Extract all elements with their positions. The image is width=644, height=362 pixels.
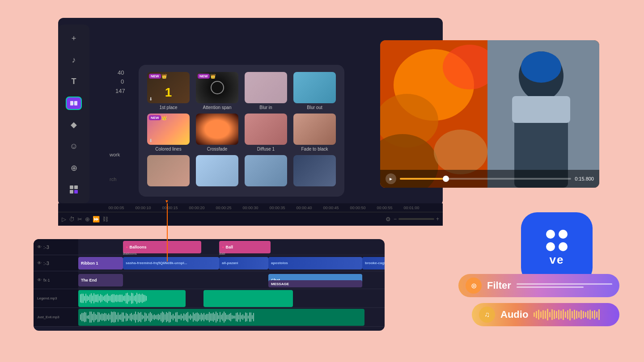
audio-clip-happy-dancer[interactable]: Happy_Dancer.mp3: [203, 290, 293, 307]
wave-bar: [563, 309, 564, 320]
audio-icon: ♫: [479, 307, 495, 323]
wave-bar: [576, 311, 577, 319]
clip-apostolos[interactable]: apostolos: [268, 257, 362, 269]
audio-clip-legend[interactable]: // Generate wave bars inline for(let i=0…: [78, 290, 186, 307]
track-row-fx: 👁 fx·1 The End Chat MESSAGE: [34, 271, 385, 289]
emoji-icon[interactable]: ☺: [66, 140, 82, 153]
wave-bar: [545, 311, 546, 319]
text-icon[interactable]: T: [66, 75, 82, 88]
ruler-mark: 00:00:15: [157, 206, 183, 210]
track-label-2: 👁 :-3: [34, 255, 78, 271]
transition-diffuse[interactable]: Diffuse 1: [243, 114, 288, 152]
wave-bar: [585, 312, 586, 317]
wave-bar: [547, 309, 548, 320]
clip-sasha[interactable]: sasha-freemind-frq5Q6Ne8k-unspl...: [123, 257, 219, 269]
crown-badge-attention: 👑: [210, 74, 216, 79]
zoom-minus[interactable]: −: [394, 216, 397, 222]
transition-row3a[interactable]: [146, 155, 191, 188]
wave-bar: [556, 311, 557, 318]
preview-background: [380, 40, 599, 188]
add-icon[interactable]: +: [66, 32, 82, 45]
wave-bar: [583, 311, 584, 318]
settings-tool[interactable]: ⚙: [386, 216, 391, 223]
crown-badge-colored: 👑: [161, 115, 167, 120]
filter-badge[interactable]: ⊛ Filter: [458, 274, 619, 297]
clip-ball-1[interactable]: ● Ball: [219, 241, 271, 253]
ruler-mark: 00:00:20: [183, 206, 210, 210]
trans-label-fadetoblack: Fade to black: [301, 147, 328, 152]
track-name-audio2: Just_Evil.mp3: [37, 315, 59, 319]
clip-label-balloons-1: Balloons: [129, 245, 146, 249]
transition-1st-place[interactable]: NEW 👑 ⬇ 1 1st place: [146, 72, 191, 110]
playhead[interactable]: [167, 203, 168, 261]
clip-label-message: MESSAGE: [271, 282, 289, 286]
cursor-tool[interactable]: ▷: [62, 216, 66, 223]
grid-icon[interactable]: [66, 183, 82, 196]
wave-bar: [574, 310, 575, 320]
download-icon-colored: ⬇: [149, 138, 153, 143]
clock-tool[interactable]: ⏱: [69, 216, 75, 223]
transition-row3b[interactable]: [195, 155, 240, 188]
thumb-blur-out: [293, 72, 336, 103]
ruler-mark: 00:00:05: [103, 206, 130, 210]
clip-all-pazani[interactable]: all-pazani: [219, 257, 268, 269]
search-label: rch: [110, 177, 116, 182]
eye-icon-2[interactable]: 👁: [37, 261, 42, 265]
magnet-tool[interactable]: ⊕: [85, 216, 90, 223]
audio-clip-evil[interactable]: for(let i=0;i<130;i++){ const h = 6+Math…: [78, 309, 364, 326]
app-icon[interactable]: ve: [521, 212, 593, 284]
preview-art: [380, 40, 599, 188]
track-content-fx: The End Chat MESSAGE: [78, 271, 385, 289]
crown-badge: 👑: [161, 74, 167, 79]
trans-label-crossfade: Crossfade: [207, 147, 228, 152]
transition-colored-lines[interactable]: NEW 👑 ⬇ Colored lines: [146, 114, 191, 152]
ruler-mark: 00:00:10: [130, 206, 157, 210]
clip-brooke[interactable]: brooke-cagle-dGK3ynaDNCl-unspl...: [362, 257, 385, 269]
svg-point-8: [434, 130, 487, 174]
transition-row3d[interactable]: [292, 155, 337, 188]
zoom-bar[interactable]: [398, 218, 434, 220]
thumb-diffuse: [245, 114, 287, 145]
filter-lines: [517, 283, 612, 288]
track-content-audio2: for(let i=0;i<130;i++){ const h = 6+Math…: [78, 308, 385, 326]
wave-bar: [594, 310, 595, 319]
wave-bar: [578, 311, 580, 318]
transition-crossfade[interactable]: Crossfade: [195, 114, 240, 152]
transition-fade-to-black[interactable]: Fade to black: [292, 114, 337, 152]
link-tool[interactable]: ⛓: [102, 216, 108, 223]
transition-attention-span[interactable]: NEW 👑 Attention span: [195, 72, 240, 110]
wave-bar: [558, 310, 559, 320]
clip-ribbon[interactable]: Ribbon 1: [78, 257, 123, 269]
transition-icon[interactable]: [66, 97, 82, 110]
diamond-icon[interactable]: ◆: [66, 118, 82, 131]
new-badge-colored: NEW: [149, 115, 161, 120]
transition-row3c[interactable]: [243, 155, 288, 188]
audio-badge[interactable]: ♫ Audio: [472, 303, 619, 326]
wave-bar: [592, 311, 593, 318]
app-dot-3: [546, 242, 555, 251]
clone-icon[interactable]: ⊕: [66, 161, 82, 175]
thumb-crossfade: [196, 114, 238, 145]
cut-tool[interactable]: ✂: [77, 216, 82, 223]
svg-rect-12: [512, 96, 570, 123]
play-button[interactable]: ▶: [386, 173, 396, 184]
ruler-mark: 00:01:00: [398, 206, 425, 210]
app-dot-2: [559, 230, 568, 239]
thumb-attention-span: NEW 👑: [196, 72, 238, 103]
clip-label-sasha: sasha-freemind-frq5Q6Ne8k-unspl...: [126, 261, 187, 265]
transition-blur-in[interactable]: Blur in: [243, 72, 288, 110]
transition-blur-out[interactable]: Blur out: [292, 72, 337, 110]
filter-label: Filter: [487, 280, 511, 291]
zoom-plus[interactable]: +: [436, 216, 439, 222]
eye-icon-1[interactable]: 👁: [37, 244, 42, 249]
wave-bar: [569, 309, 571, 320]
clip-message[interactable]: MESSAGE: [268, 280, 362, 287]
eye-icon-fx[interactable]: 👁: [37, 278, 42, 282]
music-note-icon[interactable]: ♪: [66, 53, 82, 67]
clip-sublabel-ball: Ball: [219, 252, 225, 255]
progress-bar[interactable]: [400, 178, 571, 180]
speed-tool[interactable]: ⏩: [93, 216, 100, 223]
track-name-fx: fx·1: [43, 278, 50, 282]
clip-the-end[interactable]: The End: [78, 274, 123, 286]
clip-label-the-end: The End: [81, 278, 97, 282]
